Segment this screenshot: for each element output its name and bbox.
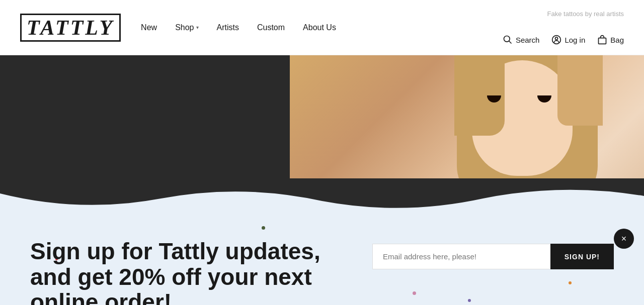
shop-chevron-icon: ▾ [196,25,199,30]
tagline: Fake tattoos by real artists [547,10,624,18]
newsletter-text-area: Sign up for Tattly updates, and get 20% … [30,239,342,305]
newsletter-headline: Sign up for Tattly updates, and get 20% … [30,239,342,305]
bag-button[interactable]: Bag [597,35,624,45]
search-icon [503,35,513,45]
svg-point-0 [504,36,510,42]
header: TATTLY New Shop ▾ Artists Custom About U… [0,0,644,55]
nav-item-shop[interactable]: Shop ▾ [175,23,198,32]
search-button[interactable]: Search [503,35,540,45]
email-input[interactable] [372,244,550,269]
login-button[interactable]: Log in [551,35,585,45]
main-nav: New Shop ▾ Artists Custom About Us [141,23,624,32]
user-icon [551,35,561,45]
logo[interactable]: TATTLY [20,14,121,42]
nav-item-custom[interactable]: Custom [257,23,285,32]
wave-divider [0,178,644,219]
signup-button[interactable]: SIGN UP! [550,244,614,269]
form-row: SIGN UP! [372,244,614,269]
svg-point-3 [555,37,558,40]
logo-text: TATTLY [20,14,121,42]
nav-item-artists[interactable]: Artists [217,23,239,32]
nav-item-about-us[interactable]: About Us [303,23,336,32]
nav-item-new[interactable]: New [141,23,157,32]
close-button[interactable]: × [614,229,634,249]
newsletter-section: × Sign up for Tattly updates, and get 20… [0,219,644,305]
decorative-dot [262,226,265,230]
bag-icon [597,35,607,45]
header-actions: Search Log in Bag [503,35,624,45]
svg-line-1 [509,41,511,44]
svg-rect-4 [599,38,606,44]
newsletter-form: SIGN UP! [372,239,614,269]
newsletter-content: Sign up for Tattly updates, and get 20% … [30,239,614,305]
